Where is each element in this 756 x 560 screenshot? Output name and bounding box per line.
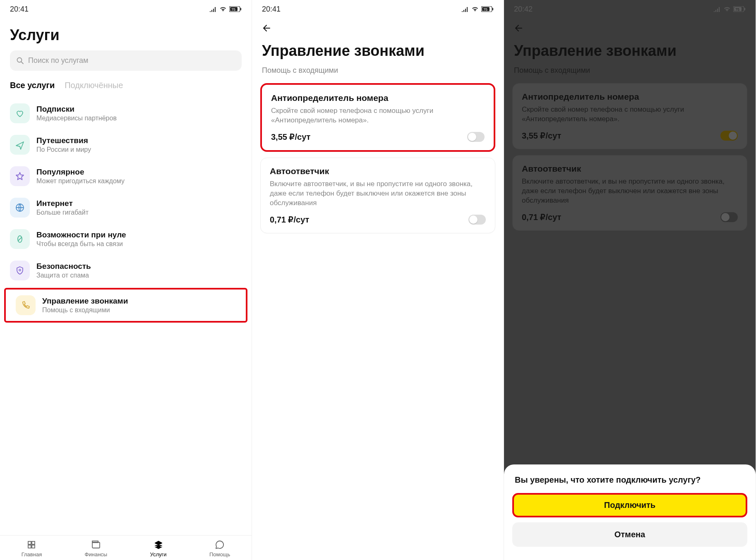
search-placeholder: Поиск по услугам (28, 56, 89, 65)
svg-text:75: 75 (231, 7, 235, 12)
page-title: Услуги (0, 15, 252, 50)
zero-icon (10, 229, 30, 249)
card-description: Скройте свой номер телефона с помощью ус… (271, 106, 485, 125)
item-subtitle: Чтобы всегда быть на связи (36, 240, 126, 248)
search-input[interactable]: Поиск по услугам (10, 50, 242, 71)
layers-icon (154, 540, 163, 550)
item-subtitle: Помощь с входящими (42, 306, 128, 314)
list-item-internet[interactable]: ИнтернетБольше гигабайт (0, 192, 252, 223)
item-subtitle: Больше гигабайт (36, 209, 89, 216)
item-subtitle: Защита от спама (36, 272, 91, 279)
page-title: Управление звонками (252, 36, 504, 66)
item-title: Безопасность (36, 262, 91, 271)
star-icon (10, 166, 30, 186)
services-list: ПодпискиМедиасервисы партнёров Путешеств… (0, 98, 252, 535)
screen-call-management: 20:41 75 Управление звонками Помощь с вх… (252, 0, 504, 560)
list-item-calls[interactable]: Управление звонкамиПомощь с входящими (4, 288, 247, 323)
battery-icon: 75 (229, 6, 242, 12)
svg-rect-12 (28, 545, 31, 548)
nav-home[interactable]: Главная (22, 540, 42, 558)
arrow-left-icon (262, 23, 272, 33)
svg-rect-11 (32, 541, 35, 544)
svg-rect-18 (492, 8, 493, 10)
item-title: Возможности при нуле (36, 230, 126, 239)
svg-rect-10 (28, 541, 31, 544)
screen-confirm-dialog: 20:42 75 Управление звонками Помощь с вх… (504, 0, 756, 560)
svg-rect-2 (240, 8, 241, 10)
wifi-icon (219, 6, 227, 12)
toggle-anti-caller-id[interactable] (467, 132, 485, 142)
status-icons: 75 (209, 6, 242, 12)
card-title: Автоответчик (270, 166, 486, 176)
sheet-title: Вы уверены, что хотите подключить услугу… (512, 475, 747, 493)
item-title: Подписки (36, 105, 117, 114)
search-icon (17, 57, 24, 65)
battery-icon: 75 (481, 6, 494, 12)
toggle-voicemail[interactable] (468, 215, 486, 225)
status-icons: 75 (461, 6, 494, 12)
shield-icon (10, 261, 30, 280)
heart-icon (10, 103, 30, 123)
screen-services: 20:41 75 Услуги Поиск по услугам Все усл… (0, 0, 252, 560)
status-bar: 20:41 75 (252, 0, 504, 15)
status-time: 20:41 (262, 5, 281, 14)
status-bar: 20:41 75 (0, 0, 252, 15)
tab-all[interactable]: Все услуги (10, 81, 55, 90)
svg-rect-15 (92, 541, 98, 543)
globe-icon (10, 198, 30, 218)
item-title: Популярное (36, 168, 125, 177)
list-item-travel[interactable]: ПутешествияПо России и миру (0, 129, 252, 160)
home-icon (26, 540, 36, 550)
item-title: Интернет (36, 199, 89, 208)
tabs: Все услуги Подключённые (0, 81, 252, 98)
phone-icon (16, 295, 36, 315)
svg-text:75: 75 (483, 7, 487, 12)
list-item-popular[interactable]: ПопулярноеМожет пригодиться каждому (0, 160, 252, 192)
card-price: 3,55 ₽/сут (271, 132, 310, 142)
card-title: Антиопределитель номера (271, 93, 485, 103)
list-item-zero[interactable]: Возможности при нулеЧтобы всегда быть на… (0, 223, 252, 255)
cancel-button[interactable]: Отмена (512, 522, 747, 547)
item-title: Управление звонками (42, 297, 128, 306)
item-subtitle: Может пригодиться каждому (36, 177, 125, 185)
svg-rect-13 (32, 545, 35, 548)
signal-icon (209, 6, 217, 12)
card-anti-caller-id[interactable]: Антиопределитель номера Скройте свой ном… (260, 83, 495, 152)
wallet-icon (91, 540, 101, 550)
card-voicemail[interactable]: Автоответчик Включите автоответчик, и вы… (260, 158, 495, 233)
chat-icon (215, 540, 225, 550)
list-item-subscriptions[interactable]: ПодпискиМедиасервисы партнёров (0, 98, 252, 129)
svg-line-5 (21, 62, 23, 64)
item-subtitle: Медиасервисы партнёров (36, 115, 117, 122)
svg-rect-14 (92, 542, 100, 548)
confirm-button[interactable]: Подключить (512, 493, 747, 517)
card-description: Включите автоответчик, и вы не пропустит… (270, 179, 486, 208)
status-time: 20:41 (10, 5, 29, 14)
nav-finance[interactable]: Финансы (85, 540, 108, 558)
item-title: Путешествия (36, 136, 91, 145)
confirm-sheet: Вы уверены, что хотите подключить услугу… (504, 464, 756, 560)
svg-point-9 (19, 269, 21, 271)
card-price: 0,71 ₽/сут (270, 215, 309, 225)
wifi-icon (471, 6, 479, 12)
tab-connected[interactable]: Подключённые (65, 81, 123, 90)
nav-help[interactable]: Помощь (209, 540, 230, 558)
plane-icon (10, 135, 30, 155)
bottom-nav: Главная Финансы Услуги Помощь (0, 535, 252, 560)
item-subtitle: По России и миру (36, 146, 91, 153)
back-button[interactable] (252, 15, 504, 36)
page-subtitle: Помощь с входящими (252, 66, 504, 83)
nav-services[interactable]: Услуги (150, 540, 167, 558)
list-item-security[interactable]: БезопасностьЗащита от спама (0, 255, 252, 286)
svg-line-8 (18, 237, 22, 241)
signal-icon (461, 6, 469, 12)
